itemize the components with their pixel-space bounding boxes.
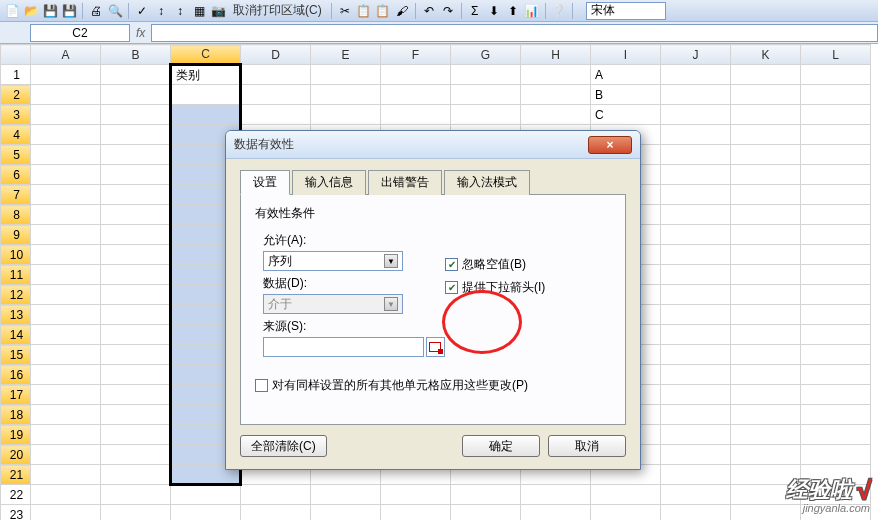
cell-B4[interactable] [101, 125, 171, 145]
ok-button[interactable]: 确定 [462, 435, 540, 457]
cell-J19[interactable] [661, 425, 731, 445]
help-icon[interactable]: ❔ [551, 3, 567, 19]
row-header-14[interactable]: 14 [1, 325, 31, 345]
cell-I1[interactable]: A [591, 65, 661, 85]
cell-J18[interactable] [661, 405, 731, 425]
cell-B12[interactable] [101, 285, 171, 305]
refedit-button[interactable] [426, 337, 445, 357]
cell-K10[interactable] [731, 245, 801, 265]
row-header-12[interactable]: 12 [1, 285, 31, 305]
cell-A12[interactable] [31, 285, 101, 305]
cell-G2[interactable] [451, 85, 521, 105]
cell-C23[interactable] [171, 505, 241, 521]
cell-A16[interactable] [31, 365, 101, 385]
cell-L16[interactable] [801, 365, 871, 385]
sort-asc-icon[interactable]: ⬇ [486, 3, 502, 19]
sort2-icon[interactable]: ↕ [172, 3, 188, 19]
cell-H22[interactable] [521, 485, 591, 505]
dialog-close-button[interactable]: × [588, 136, 632, 154]
cell-G23[interactable] [451, 505, 521, 521]
tab-input-message[interactable]: 输入信息 [292, 170, 366, 195]
redo-icon[interactable]: ↷ [440, 3, 456, 19]
cell-C2[interactable] [171, 85, 241, 105]
col-header-B[interactable]: B [101, 45, 171, 65]
cell-L5[interactable] [801, 145, 871, 165]
print-icon[interactable]: 🖨 [88, 3, 104, 19]
cell-F3[interactable] [381, 105, 451, 125]
cell-J12[interactable] [661, 285, 731, 305]
apply-others-row[interactable]: ✔ 对有同样设置的所有其他单元格应用这些更改(P) [255, 377, 611, 394]
cell-J20[interactable] [661, 445, 731, 465]
cell-B13[interactable] [101, 305, 171, 325]
cell-L14[interactable] [801, 325, 871, 345]
cell-A20[interactable] [31, 445, 101, 465]
allow-combo[interactable]: 序列 ▼ [263, 251, 403, 271]
row-header-20[interactable]: 20 [1, 445, 31, 465]
cell-I3[interactable]: C [591, 105, 661, 125]
cell-J5[interactable] [661, 145, 731, 165]
cell-B22[interactable] [101, 485, 171, 505]
row-header-1[interactable]: 1 [1, 65, 31, 85]
cell-B21[interactable] [101, 465, 171, 485]
sort-desc-icon[interactable]: ⬆ [505, 3, 521, 19]
dropdown-row[interactable]: ✔ 提供下拉箭头(I) [445, 279, 545, 296]
cell-B2[interactable] [101, 85, 171, 105]
save-icon[interactable]: 💾 [42, 3, 58, 19]
cell-B9[interactable] [101, 225, 171, 245]
row-header-10[interactable]: 10 [1, 245, 31, 265]
cell-B19[interactable] [101, 425, 171, 445]
cell-K9[interactable] [731, 225, 801, 245]
cell-B6[interactable] [101, 165, 171, 185]
tab-settings[interactable]: 设置 [240, 170, 290, 195]
row-header-3[interactable]: 3 [1, 105, 31, 125]
row-header-6[interactable]: 6 [1, 165, 31, 185]
cell-L4[interactable] [801, 125, 871, 145]
cell-D23[interactable] [241, 505, 311, 521]
sort-icon[interactable]: ↕ [153, 3, 169, 19]
cell-B8[interactable] [101, 205, 171, 225]
cell-C1[interactable]: 类别 [171, 65, 241, 85]
cell-K5[interactable] [731, 145, 801, 165]
cell-B18[interactable] [101, 405, 171, 425]
format-icon[interactable]: 🖌 [394, 3, 410, 19]
ignore-blank-row[interactable]: ✔ 忽略空值(B) [445, 256, 545, 273]
cell-A4[interactable] [31, 125, 101, 145]
cell-L2[interactable] [801, 85, 871, 105]
cell-K7[interactable] [731, 185, 801, 205]
cell-B11[interactable] [101, 265, 171, 285]
cell-J22[interactable] [661, 485, 731, 505]
row-header-11[interactable]: 11 [1, 265, 31, 285]
row-header-8[interactable]: 8 [1, 205, 31, 225]
name-box[interactable]: C2 [30, 24, 130, 42]
col-header-I[interactable]: I [591, 45, 661, 65]
fx-icon[interactable]: fx [136, 26, 145, 40]
cell-K3[interactable] [731, 105, 801, 125]
cell-J8[interactable] [661, 205, 731, 225]
cell-K17[interactable] [731, 385, 801, 405]
cell-K11[interactable] [731, 265, 801, 285]
cell-L11[interactable] [801, 265, 871, 285]
cancel-print-area[interactable]: 取消打印区域(C) [229, 2, 326, 19]
cell-E3[interactable] [311, 105, 381, 125]
cell-H2[interactable] [521, 85, 591, 105]
cell-K13[interactable] [731, 305, 801, 325]
cell-L6[interactable] [801, 165, 871, 185]
cell-B3[interactable] [101, 105, 171, 125]
clear-all-button[interactable]: 全部清除(C) [240, 435, 327, 457]
cell-L15[interactable] [801, 345, 871, 365]
cell-J15[interactable] [661, 345, 731, 365]
cell-F23[interactable] [381, 505, 451, 521]
cell-B14[interactable] [101, 325, 171, 345]
preview-icon[interactable]: 🔍 [107, 3, 123, 19]
cell-D1[interactable] [241, 65, 311, 85]
cell-K6[interactable] [731, 165, 801, 185]
cell-A1[interactable] [31, 65, 101, 85]
cell-B1[interactable] [101, 65, 171, 85]
tab-ime-mode[interactable]: 输入法模式 [444, 170, 530, 195]
cell-C22[interactable] [171, 485, 241, 505]
cell-B20[interactable] [101, 445, 171, 465]
cell-K16[interactable] [731, 365, 801, 385]
paste-icon[interactable]: 📋 [375, 3, 391, 19]
cell-B10[interactable] [101, 245, 171, 265]
col-header-F[interactable]: F [381, 45, 451, 65]
